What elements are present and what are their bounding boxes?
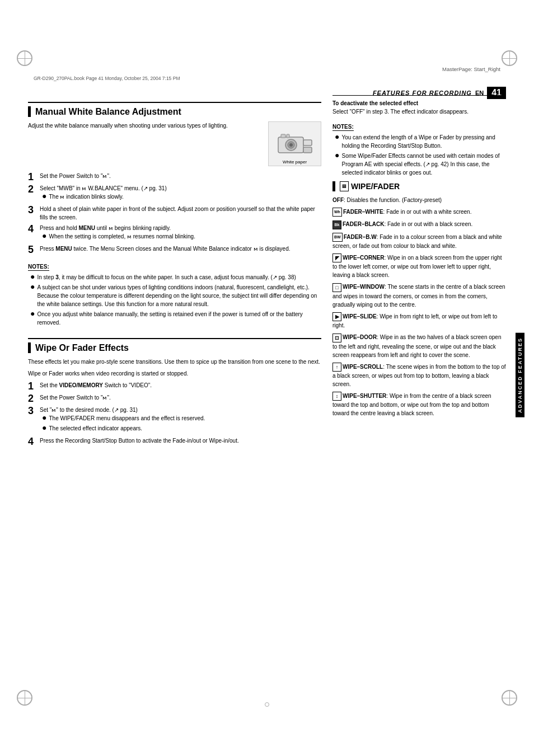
right-note-dot-1: ●	[335, 133, 339, 140]
wipe-corner-icon: ◤	[332, 253, 341, 262]
section2-title: Wipe Or Fader Effects	[28, 342, 321, 353]
masterpage-label: MasterPage: Start_Right	[442, 66, 500, 72]
notes-header-right: NOTES:	[332, 124, 354, 131]
note-dot-1: ●	[30, 273, 35, 280]
effects-list: OFF: Disables the function. (Factory-pre…	[332, 196, 506, 417]
step-2-bullet: ● The ᴍ indication blinks slowly.	[42, 192, 321, 201]
center-bottom-mark	[265, 702, 269, 707]
section2-divider	[28, 338, 321, 339]
wipe-step-3: 3 Set "ᴍ" to the desired mode. (↗ pg. 31…	[28, 406, 321, 434]
note-2-text: A subject can be shot under various type…	[37, 283, 321, 308]
page-wrapper: MasterPage: Start_Right GR-D290_270PAL.b…	[0, 0, 534, 756]
step-5-text: Press MENU twice. The Menu Screen closes…	[40, 245, 321, 253]
effect-fader-white: WhFADER–WHITE: Fade in or out with a whi…	[332, 208, 506, 217]
step-4-num: 4	[28, 224, 38, 234]
section2-intro2: Wipe or Fader works when video recording…	[28, 369, 321, 378]
notes-header-1: NOTES:	[28, 264, 49, 271]
left-column: Manual White Balance Adjustment	[28, 95, 321, 449]
step-4-bullet-text: When the setting is completed, ᴍ resumes…	[49, 232, 321, 241]
svg-rect-5	[281, 134, 285, 138]
wipe-step-2-num: 2	[28, 393, 38, 403]
step-1-num: 1	[28, 172, 38, 182]
wipe-bullet-dot-1: ●	[42, 414, 46, 421]
wipe-step-3-bullet2: ● The selected effect indicator appears.	[42, 424, 321, 433]
effect-wipe-corner: ◤WIPE–CORNER: Wipe in on a black screen …	[332, 253, 506, 279]
deactivate-text: Select "OFF" in step 3. The effect indic…	[332, 107, 506, 116]
note-2: ● A subject can be shot under various ty…	[30, 283, 321, 308]
notes-section-right: NOTES: ● You can extend the length of a …	[332, 119, 506, 177]
wipe-step-2-text: Set the Power Switch to "ᴍ".	[40, 393, 321, 402]
step-4-bullet: ● When the setting is completed, ᴍ resum…	[42, 232, 321, 241]
effect-wipe-slide: ▶WIPE–SLIDE: Wipe in from right to left,…	[332, 312, 506, 330]
note-3-text: Once you adjust white balance manually, …	[37, 310, 321, 327]
deactivate-title: To deactivate the selected effect	[332, 100, 506, 106]
corner-mark-bl	[17, 690, 32, 706]
camera-image: White paper	[268, 121, 321, 166]
svg-rect-7	[303, 147, 312, 153]
right-note-dot-2: ●	[335, 151, 339, 159]
effect-off-desc: Disables the function. (Factory-preset)	[347, 197, 442, 203]
step-3-num: 3	[28, 205, 38, 215]
fader-white-desc: Fade in or out with a white screen.	[386, 209, 471, 215]
effect-wipe-window: □WIPE–WINDOW: The scene starts in the ce…	[332, 283, 506, 308]
step-5: 5 Press MENU twice. The Menu Screen clos…	[28, 245, 321, 255]
effect-wipe-door: ⊡WIPE–DOOR: Wipe in as the two halves of…	[332, 333, 506, 359]
step-4: 4 Press and hold MENU until ᴍ begins bli…	[28, 224, 321, 242]
effect-off: OFF: Disables the function. (Factory-pre…	[332, 196, 506, 204]
step-3-text: Hold a sheet of plain white paper in fro…	[40, 205, 321, 222]
fader-black-label: FADER–BLACK	[343, 221, 384, 227]
white-paper-label: White paper	[269, 159, 321, 165]
bullet-dot: ●	[42, 192, 46, 200]
section2: Wipe Or Fader Effects These effects let …	[28, 338, 321, 447]
bullet-dot-2: ●	[42, 232, 46, 240]
wipe-step-3-bullet2-text: The selected effect indicator appears.	[49, 424, 321, 433]
advanced-features-sidebar: ADVANCED FEATURES	[516, 95, 524, 655]
wipe-step-4-text: Press the Recording Start/Stop Button to…	[40, 436, 321, 445]
wipe-step-3-text: Set "ᴍ" to the desired mode. (↗ pg. 31)	[40, 407, 138, 413]
fader-white-label: FADER–WHITE	[343, 209, 383, 215]
step-3: 3 Hold a sheet of plain white paper in f…	[28, 205, 321, 222]
wipe-shutter-icon: ↕	[332, 392, 341, 401]
fader-bw-label: FADER–B.W	[344, 234, 377, 240]
effect-off-label: OFF	[332, 197, 344, 203]
step-1-text: Set the Power Switch to "ᴍ".	[40, 172, 321, 180]
wipe-slide-icon: ▶	[332, 312, 341, 321]
advanced-features-label: ADVANCED FEATURES	[516, 333, 524, 417]
wipe-step-2: 2 Set the Power Switch to "ᴍ".	[28, 393, 321, 403]
fader-black-desc: Fade in or out with a black screen.	[387, 221, 472, 227]
effect-fader-bw: BWFADER–B.W: Fade in to a colour screen …	[332, 233, 506, 250]
note-1-text: In step 3, it may be difficult to focus …	[37, 273, 321, 281]
step-5-num: 5	[28, 245, 38, 255]
step-1: 1 Set the Power Switch to "ᴍ".	[28, 172, 321, 182]
right-note-1: ● You can extend the length of a Wipe or…	[335, 133, 506, 150]
svg-rect-4	[303, 140, 312, 145]
step-2-text: Select "MWB" in ᴍ W.BALANCE" menu. (↗ pg…	[40, 185, 167, 191]
file-info: GR-D290_270PAL.book Page 41 Monday, Octo…	[34, 76, 180, 81]
svg-point-3	[289, 143, 293, 147]
wipe-step-1-num: 1	[28, 381, 38, 391]
wipe-window-label: WIPE–WINDOW	[343, 284, 385, 290]
wipe-step-3-num: 3	[28, 406, 38, 416]
step-4-text: Press and hold MENU until ᴍ begins blink…	[40, 225, 171, 231]
note-3: ● Once you adjust white balance manually…	[30, 310, 321, 327]
effect-fader-black: BkFADER–BLACK: Fade in or out with a bla…	[332, 220, 506, 229]
wipe-step-4: 4 Press the Recording Start/Stop Button …	[28, 436, 321, 447]
wipe-step-3-bullet1: ● The WIPE/FADER menu disappears and the…	[42, 414, 321, 422]
right-note-2: ● Some Wipe/Fader Effects cannot be used…	[335, 152, 506, 177]
corner-mark-br	[502, 690, 517, 706]
note-dot-3: ●	[30, 309, 35, 317]
wipe-corner-label: WIPE–CORNER	[343, 255, 384, 261]
wipe-step-1-text: Set the VIDEO/MEMORY Switch to "VIDEO".	[40, 381, 321, 389]
wipe-step-1: 1 Set the VIDEO/MEMORY Switch to "VIDEO"…	[28, 381, 321, 391]
fader-white-icon: Wh	[332, 208, 342, 217]
wipe-window-icon: □	[332, 283, 341, 292]
wipe-slide-label: WIPE–SLIDE	[343, 313, 377, 320]
wipe-scroll-icon: ↑	[332, 363, 341, 372]
step-2: 2 Select "MWB" in ᴍ W.BALANCE" menu. (↗ …	[28, 184, 321, 203]
wipe-fader-title: WIPE/FADER	[351, 182, 400, 191]
right-divider-top	[332, 95, 506, 96]
right-note-1-text: You can extend the length of a Wipe or F…	[341, 133, 506, 150]
step-2-bullet-text: The ᴍ indication blinks slowly.	[49, 192, 321, 201]
note-1: ● In step 3, it may be difficult to focu…	[30, 273, 321, 281]
fader-black-icon: Bk	[332, 220, 341, 229]
